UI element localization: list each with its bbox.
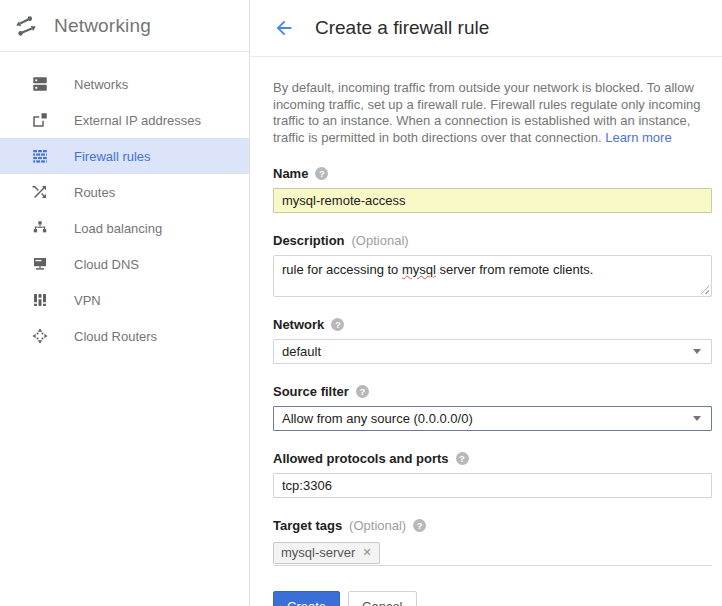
help-icon[interactable]: ? [315,167,328,180]
tag-chip: mysql-server ✕ [273,542,380,564]
help-icon[interactable]: ? [356,385,369,398]
form-actions: Create Cancel [273,591,712,606]
dropdown-caret-icon [693,416,701,421]
description-field-group: Description (Optional) rule for accessin… [273,233,712,297]
sidebar-header: Networking [0,0,249,52]
target-tags-optional-text: (Optional) [349,518,406,533]
page-header: Create a firewall rule [251,0,722,57]
sidebar-item-label: Networks [74,77,128,92]
cloud-dns-icon [31,255,49,273]
create-button[interactable]: Create [273,591,340,606]
form-content: By default, incoming traffic from outsid… [251,57,722,606]
intro-text: By default, incoming traffic from outsid… [273,80,718,146]
page-title: Create a firewall rule [315,17,489,39]
source-filter-field-group: Source filter ? Allow from any source (0… [273,384,712,431]
help-icon[interactable]: ? [331,318,344,331]
vpn-icon [31,291,49,309]
sidebar-nav: Networks External IP addresses Firewall … [0,52,249,354]
description-label-text: Description [273,233,345,248]
external-ip-icon [31,111,49,129]
networks-icon [31,75,49,93]
sidebar-item-cloud-dns[interactable]: Cloud DNS [0,246,249,282]
sidebar-item-load-balancing[interactable]: Load balancing [0,210,249,246]
sidebar-item-networks[interactable]: Networks [0,66,249,102]
tag-chip-label: mysql-server [281,545,355,560]
sidebar: Networking Networks External IP addresse… [0,0,250,606]
learn-more-link[interactable]: Learn more [605,130,671,145]
network-label-text: Network [273,317,324,332]
cloud-routers-icon [31,327,49,345]
help-icon[interactable]: ? [456,452,469,465]
target-tags-label: Target tags (Optional) ? [273,518,712,533]
source-filter-select[interactable]: Allow from any source (0.0.0.0/0) [273,406,712,431]
network-field-group: Network ? default [273,317,712,364]
description-label: Description (Optional) [273,233,712,248]
target-tags-input[interactable]: mysql-server ✕ [273,540,712,566]
description-text-post: server from remote clients. [436,262,594,277]
name-label: Name ? [273,166,712,181]
sidebar-item-label: External IP addresses [74,113,201,128]
description-text-misspelled: mysql [402,262,436,277]
back-arrow-icon[interactable] [272,16,296,40]
protocols-label: Allowed protocols and ports ? [273,451,712,466]
textarea-resize-handle[interactable] [700,285,709,294]
protocols-field-group: Allowed protocols and ports ? [273,451,712,498]
description-text-pre: rule for accessing to [282,262,402,277]
protocols-input[interactable] [273,473,712,498]
source-filter-label-text: Source filter [273,384,349,399]
sidebar-item-label: Load balancing [74,221,162,236]
networking-logo-icon [13,13,39,39]
sidebar-item-vpn[interactable]: VPN [0,282,249,318]
name-field-group: Name ? [273,166,712,213]
sidebar-item-label: Cloud DNS [74,257,139,272]
routes-icon [31,183,49,201]
description-textarea[interactable]: rule for accessing to mysql server from … [273,255,712,297]
firewall-rules-icon [31,147,49,165]
network-select[interactable]: default [273,339,712,364]
dropdown-caret-icon [693,349,701,354]
source-filter-label: Source filter ? [273,384,712,399]
source-filter-selected-value: Allow from any source (0.0.0.0/0) [282,411,473,426]
cancel-button[interactable]: Cancel [348,591,416,606]
target-tags-field-group: Target tags (Optional) ? mysql-server ✕ [273,518,712,566]
sidebar-item-label: Cloud Routers [74,329,157,344]
name-label-text: Name [273,166,308,181]
sidebar-item-firewall-rules[interactable]: Firewall rules [0,138,249,174]
chip-close-icon[interactable]: ✕ [362,547,371,558]
network-selected-value: default [282,344,321,359]
sidebar-item-routes[interactable]: Routes [0,174,249,210]
sidebar-item-label: Routes [74,185,115,200]
sidebar-item-external-ip-addresses[interactable]: External IP addresses [0,102,249,138]
sidebar-item-label: VPN [74,293,101,308]
product-title: Networking [54,15,151,37]
name-input[interactable] [273,188,712,213]
target-tags-label-text: Target tags [273,518,342,533]
load-balancing-icon [31,219,49,237]
sidebar-item-label: Firewall rules [74,149,151,164]
main-panel: Create a firewall rule By default, incom… [251,0,722,606]
network-label: Network ? [273,317,712,332]
help-icon[interactable]: ? [413,519,426,532]
description-optional-text: (Optional) [352,233,409,248]
protocols-label-text: Allowed protocols and ports [273,451,449,466]
sidebar-item-cloud-routers[interactable]: Cloud Routers [0,318,249,354]
